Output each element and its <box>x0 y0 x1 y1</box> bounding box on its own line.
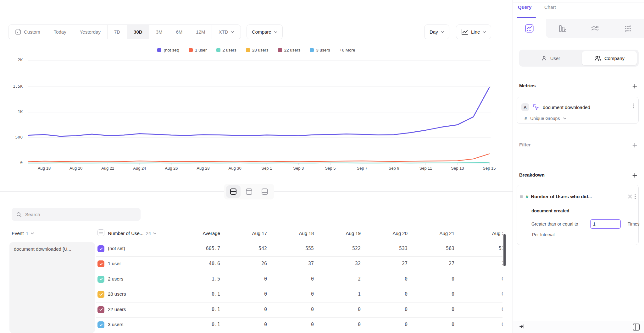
users-icon <box>594 55 601 61</box>
x-axis-tick: Sep 9 <box>381 166 407 171</box>
value-cell: 27 <box>407 261 454 266</box>
table-row[interactable]: (not set)605.754255552253356353 <box>0 241 502 256</box>
range-xtd[interactable]: XTD <box>212 25 241 39</box>
row-checkbox[interactable] <box>97 245 104 252</box>
x-axis-tick: Sep 1 <box>254 166 279 171</box>
metric-card-header: A document downloaded <box>521 103 590 111</box>
table-row[interactable]: 22 users0.1000000 <box>0 302 502 317</box>
value-cell: 0 <box>407 307 454 312</box>
value-cell: 0 <box>457 307 502 312</box>
condition-value-input[interactable] <box>590 219 621 229</box>
scope-company-option[interactable]: Company <box>582 51 637 65</box>
chevron-down-icon <box>153 232 156 234</box>
collapse-panel-icon[interactable] <box>519 324 525 329</box>
condition-label[interactable]: Greater than or equal to <box>531 221 578 227</box>
date-column-header[interactable]: Aug 18 <box>267 231 314 236</box>
breakdown-heading: Breakdown <box>519 172 545 177</box>
split-panel-icon[interactable] <box>632 323 640 331</box>
measure-selector[interactable]: # Unique Groups <box>525 116 566 121</box>
group-header-label: Number of Use... <box>108 231 143 236</box>
row-divider <box>96 302 502 303</box>
breakdown-options-icon[interactable] <box>635 194 636 199</box>
x-axis-tick: Aug 20 <box>64 166 89 171</box>
remove-breakdown-icon[interactable] <box>628 194 632 199</box>
chevron-down-icon <box>31 232 34 234</box>
event-header-label: Event <box>12 231 24 236</box>
range-12m[interactable]: 12M <box>189 25 212 39</box>
breakdown-event-name[interactable]: document created <box>531 208 569 213</box>
table-row[interactable]: 3 users0.1000000 <box>0 317 502 332</box>
add-metric-button[interactable] <box>631 82 638 90</box>
average-column-header[interactable]: Average <box>173 231 220 236</box>
value-cell: 0 <box>220 307 267 312</box>
event-count: 1 <box>26 231 28 236</box>
chart-type-button[interactable]: Line <box>456 25 491 39</box>
split-view-button[interactable] <box>226 185 241 198</box>
scope-toggle: User Company <box>519 50 639 67</box>
range-custom[interactable]: Custom <box>8 25 47 39</box>
average-cell: 0.1 <box>173 322 220 327</box>
tab-chart[interactable]: Chart <box>544 4 556 10</box>
range-6m[interactable]: 6M <box>169 25 189 39</box>
chevron-down-icon <box>231 31 234 33</box>
average-cell: 1.5 <box>173 276 220 282</box>
value-cell: 0 <box>457 276 502 282</box>
row-checkbox[interactable] <box>97 291 104 298</box>
group-column-header[interactable]: Number of Use... 24 <box>108 231 156 236</box>
line-chart-tab[interactable] <box>513 19 546 38</box>
drag-handle-icon[interactable] <box>519 195 523 199</box>
value-cell: 555 <box>267 246 314 251</box>
range-30d[interactable]: 30D <box>127 25 149 39</box>
range-3m[interactable]: 3M <box>149 25 169 39</box>
flow-chart-tab[interactable] <box>579 19 612 38</box>
table-row[interactable]: 1 user40.626373227272 <box>0 256 502 271</box>
row-checkbox[interactable] <box>97 321 104 328</box>
scope-company-label: Company <box>604 56 625 61</box>
table-only-view-button[interactable] <box>258 185 272 198</box>
add-filter-button[interactable] <box>631 141 638 149</box>
app-root: CustomTodayYesterday7D30D3M6M12MXTD Comp… <box>0 0 644 333</box>
average-cell: 40.6 <box>173 261 220 266</box>
tab-query[interactable]: Query <box>518 4 531 10</box>
event-column-header[interactable]: Event 1 <box>12 231 34 236</box>
range-7d[interactable]: 7D <box>108 25 127 39</box>
chart-only-view-button[interactable] <box>242 185 256 198</box>
date-column-header[interactable]: Aug 19 <box>314 231 361 236</box>
x-axis-tick: Aug 30 <box>222 166 247 171</box>
row-label: 22 users <box>108 307 126 312</box>
value-cell: 0 <box>220 322 267 327</box>
date-column-header[interactable]: Aug 20 <box>360 231 408 236</box>
range-today[interactable]: Today <box>47 25 73 39</box>
breakdown-title: Number of Users who did... <box>531 194 625 199</box>
table-scrollbar[interactable] <box>503 234 506 266</box>
chart-type-label: Line <box>471 29 480 35</box>
y-axis-tick: 500 <box>7 135 23 139</box>
table-row[interactable]: 2 users1.5002000 <box>0 272 502 287</box>
row-divider <box>96 272 502 272</box>
metrics-heading: Metrics <box>519 83 536 88</box>
bar-chart-tab[interactable] <box>546 19 579 38</box>
compare-button[interactable]: Compare <box>247 25 283 39</box>
dot-grid-tab[interactable] <box>612 19 644 38</box>
search-icon <box>16 212 22 217</box>
row-checkbox[interactable] <box>97 260 104 267</box>
breakdown-card: # Number of Users who did... document cr… <box>517 185 639 245</box>
search-input[interactable] <box>25 212 136 217</box>
scope-user-option[interactable]: User <box>519 50 582 67</box>
date-column-header[interactable]: Aug 2 <box>457 231 502 236</box>
value-cell: 0 <box>457 291 502 297</box>
value-cell: 53 <box>457 246 502 251</box>
metric-options-icon[interactable] <box>632 103 635 110</box>
x-axis-tick: Aug 26 <box>159 166 184 171</box>
interval-button[interactable]: Day <box>424 25 449 39</box>
per-interval-label[interactable]: Per Interval <box>532 232 555 237</box>
table-row[interactable]: 28 users0.1001000 <box>0 287 502 302</box>
metric-card[interactable]: A document downloaded # Unique Groups <box>517 97 639 124</box>
add-breakdown-button[interactable] <box>631 172 638 179</box>
select-all-checkbox[interactable] <box>97 229 104 236</box>
row-checkbox[interactable] <box>97 276 104 283</box>
row-checkbox[interactable] <box>97 306 104 313</box>
range-yesterday[interactable]: Yesterday <box>73 25 108 39</box>
date-column-header[interactable]: Aug 21 <box>407 231 454 236</box>
value-cell: 0 <box>267 291 314 297</box>
